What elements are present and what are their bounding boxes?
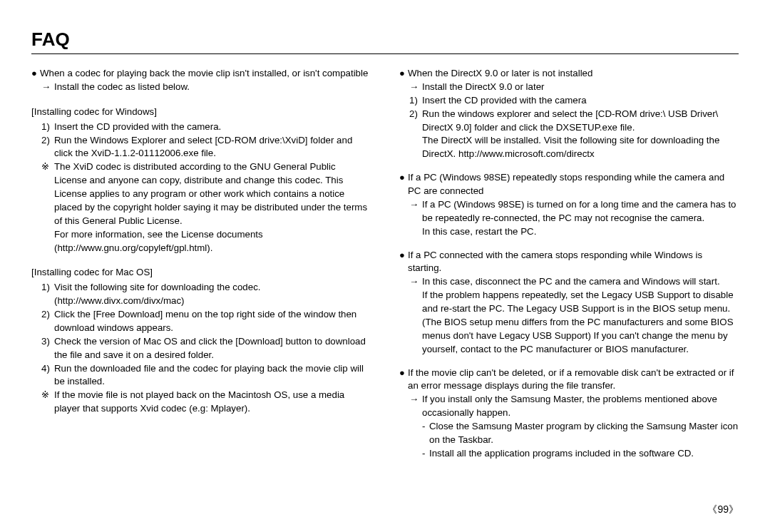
bullet-text: If the movie clip can't be deleted, or i… (408, 367, 739, 394)
bullet-dot-icon: ● (399, 249, 408, 262)
right-column: ● When the DirectX 9.0 or later is not i… (399, 66, 739, 471)
bullet-movie-delete: ● If the movie clip can't be deleted, or… (399, 367, 739, 394)
heading-mac-codec: [Installing codec for Mac OS] (31, 266, 371, 280)
dash-text: Install all the application programs inc… (429, 447, 739, 461)
list-item: 2) Click the [Free Download] menu on the… (41, 308, 371, 335)
arrow-right-icon: → (409, 81, 422, 94)
list-number: 2) (409, 108, 422, 121)
heading-windows-codec: [Installing codec for Windows] (31, 106, 371, 119)
list-number: 2) (41, 134, 54, 148)
dash-icon: - (422, 420, 429, 434)
legacy-usb-note: If the problem happens repeatedly, set t… (399, 289, 739, 356)
bullet-pc98: ● If a PC (Windows 98SE) repeatedly stop… (399, 171, 739, 198)
bullet-text: If a PC connected with the camera stops … (408, 249, 739, 276)
arrow-right-icon: → (409, 275, 422, 289)
list-text: Insert the CD provided with the camera (422, 94, 739, 108)
list-number: 4) (41, 362, 54, 376)
list-text: Insert the CD provided with the camera. (54, 121, 371, 134)
bullet-text: When the DirectX 9.0 or later is not ins… (408, 67, 739, 81)
reference-mark-icon: ※ (41, 160, 54, 174)
note-text: The XviD codec is distributed according … (54, 160, 371, 227)
note-more-info: For more information, see the License do… (31, 228, 371, 255)
arrow-text: In this case, disconnect the PC and the … (422, 275, 739, 289)
dash-text: Close the Samsung Master program by clic… (429, 420, 739, 447)
list-text: Click the [Free Download] menu on the to… (54, 308, 371, 335)
list-item: 3) Check the version of Mac OS and click… (41, 335, 371, 362)
note-mac-player: ※ If the movie file is not played back o… (31, 389, 371, 416)
list-number: 3) (41, 335, 54, 349)
list-text: Run the windows explorer and select the … (422, 108, 739, 135)
bullet-directx: ● When the DirectX 9.0 or later is not i… (399, 67, 739, 81)
arrow-install-directx: → Install the DirectX 9.0 or later (399, 81, 739, 94)
list-item: 4) Run the downloaded file and the codec… (41, 362, 371, 389)
list-number: 1) (41, 121, 54, 134)
dash-close-master: - Close the Samsung Master program by cl… (399, 420, 739, 447)
arrow-samsung-master: → If you install only the Samsung Master… (399, 393, 739, 420)
bullet-dot-icon: ● (399, 367, 408, 379)
bullet-text: When a codec for playing back the movie … (40, 67, 371, 81)
arrow-text: Install the codec as listed below. (54, 81, 371, 94)
arrow-text: Install the DirectX 9.0 or later (422, 81, 739, 94)
arrow-disconnect: → In this case, disconnect the PC and th… (399, 275, 739, 289)
list-number: 1) (41, 281, 54, 295)
title-rule (31, 53, 739, 54)
dash-icon: - (422, 447, 429, 461)
arrow-text: If you install only the Samsung Master, … (422, 393, 739, 420)
list-item: 1) Visit the following site for download… (41, 281, 371, 308)
list-number: 2) (41, 308, 54, 322)
bullet-codec-not-installed: ● When a codec for playing back the movi… (31, 67, 371, 81)
list-item: 2) Run the Windows Explorer and select [… (41, 134, 371, 161)
note-xvid-license: ※ The XviD codec is distributed accordin… (31, 160, 371, 227)
note-text: If the movie file is not played back on … (54, 389, 371, 416)
page-title: FAQ (31, 29, 739, 51)
list-text: Run the downloaded file and the codec fo… (54, 362, 371, 389)
arrow-install-codec: → Install the codec as listed below. (31, 81, 371, 94)
bullet-text: If a PC (Windows 98SE) repeatedly stops … (408, 171, 739, 198)
bullet-dot-icon: ● (399, 171, 408, 184)
list-item: 1) Insert the CD provided with the camer… (409, 94, 739, 108)
list-item: 1) Insert the CD provided with the camer… (41, 121, 371, 134)
arrow-text: If a PC (Windows 98SE) is turned on for … (422, 198, 739, 225)
dash-install-all: - Install all the application programs i… (399, 447, 739, 461)
list-text: Check the version of Mac OS and click th… (54, 335, 371, 362)
bullet-windows-start: ● If a PC connected with the camera stop… (399, 249, 739, 276)
list-text: Run the Windows Explorer and select [CD-… (54, 134, 371, 161)
bullet-dot-icon: ● (399, 67, 408, 80)
list-number: 1) (409, 94, 422, 108)
bullet-dot-icon: ● (31, 67, 40, 80)
directx-site-note: The DirectX will be installed. Visit the… (399, 134, 739, 161)
list-text: Visit the following site for downloading… (54, 281, 371, 308)
pc98-restart-line: In this case, restart the PC. (399, 225, 739, 239)
arrow-right-icon: → (409, 198, 422, 212)
reference-mark-icon: ※ (41, 389, 54, 402)
arrow-right-icon: → (41, 81, 54, 94)
list-item: 2) Run the windows explorer and select t… (409, 108, 739, 135)
columns: ● When a codec for playing back the movi… (31, 66, 739, 471)
page-number: 《99》 (707, 503, 739, 516)
arrow-right-icon: → (409, 393, 422, 406)
arrow-pc98-restart: → If a PC (Windows 98SE) is turned on fo… (399, 198, 739, 225)
left-column: ● When a codec for playing back the movi… (31, 66, 371, 471)
